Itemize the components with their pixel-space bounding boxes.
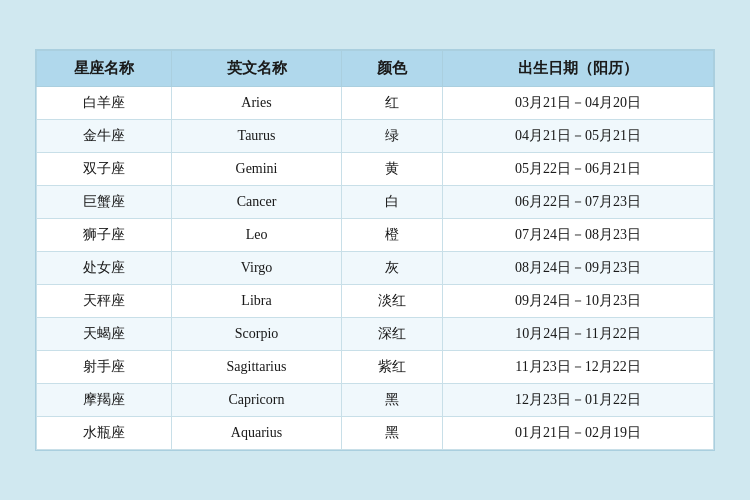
cell-color: 绿 — [341, 120, 443, 153]
cell-cn: 白羊座 — [37, 87, 172, 120]
cell-date: 10月24日－11月22日 — [443, 318, 714, 351]
table-row: 双子座Gemini黄05月22日－06月21日 — [37, 153, 714, 186]
cell-color: 黄 — [341, 153, 443, 186]
header-en: 英文名称 — [172, 51, 341, 87]
header-cn: 星座名称 — [37, 51, 172, 87]
cell-en: Gemini — [172, 153, 341, 186]
cell-en: Aries — [172, 87, 341, 120]
table-row: 天秤座Libra淡红09月24日－10月23日 — [37, 285, 714, 318]
cell-cn: 天秤座 — [37, 285, 172, 318]
cell-color: 白 — [341, 186, 443, 219]
cell-en: Libra — [172, 285, 341, 318]
cell-cn: 水瓶座 — [37, 417, 172, 450]
cell-color: 紫红 — [341, 351, 443, 384]
cell-date: 11月23日－12月22日 — [443, 351, 714, 384]
cell-date: 01月21日－02月19日 — [443, 417, 714, 450]
table-header-row: 星座名称 英文名称 颜色 出生日期（阳历） — [37, 51, 714, 87]
table-row: 巨蟹座Cancer白06月22日－07月23日 — [37, 186, 714, 219]
cell-en: Sagittarius — [172, 351, 341, 384]
cell-cn: 射手座 — [37, 351, 172, 384]
cell-date: 08月24日－09月23日 — [443, 252, 714, 285]
header-color: 颜色 — [341, 51, 443, 87]
table-row: 金牛座Taurus绿04月21日－05月21日 — [37, 120, 714, 153]
cell-date: 07月24日－08月23日 — [443, 219, 714, 252]
cell-date: 09月24日－10月23日 — [443, 285, 714, 318]
table-row: 水瓶座Aquarius黑01月21日－02月19日 — [37, 417, 714, 450]
zodiac-table: 星座名称 英文名称 颜色 出生日期（阳历） 白羊座Aries红03月21日－04… — [36, 50, 714, 450]
table-row: 白羊座Aries红03月21日－04月20日 — [37, 87, 714, 120]
cell-color: 灰 — [341, 252, 443, 285]
zodiac-table-wrapper: 星座名称 英文名称 颜色 出生日期（阳历） 白羊座Aries红03月21日－04… — [35, 49, 715, 451]
table-row: 摩羯座Capricorn黑12月23日－01月22日 — [37, 384, 714, 417]
cell-en: Leo — [172, 219, 341, 252]
cell-color: 橙 — [341, 219, 443, 252]
cell-cn: 天蝎座 — [37, 318, 172, 351]
cell-cn: 处女座 — [37, 252, 172, 285]
cell-cn: 双子座 — [37, 153, 172, 186]
cell-en: Taurus — [172, 120, 341, 153]
cell-cn: 狮子座 — [37, 219, 172, 252]
header-date: 出生日期（阳历） — [443, 51, 714, 87]
cell-en: Capricorn — [172, 384, 341, 417]
table-row: 射手座Sagittarius紫红11月23日－12月22日 — [37, 351, 714, 384]
cell-color: 深红 — [341, 318, 443, 351]
cell-date: 05月22日－06月21日 — [443, 153, 714, 186]
cell-color: 淡红 — [341, 285, 443, 318]
cell-en: Virgo — [172, 252, 341, 285]
cell-date: 03月21日－04月20日 — [443, 87, 714, 120]
cell-color: 黑 — [341, 417, 443, 450]
cell-color: 黑 — [341, 384, 443, 417]
cell-date: 12月23日－01月22日 — [443, 384, 714, 417]
table-row: 狮子座Leo橙07月24日－08月23日 — [37, 219, 714, 252]
cell-cn: 巨蟹座 — [37, 186, 172, 219]
cell-en: Cancer — [172, 186, 341, 219]
cell-date: 04月21日－05月21日 — [443, 120, 714, 153]
cell-en: Aquarius — [172, 417, 341, 450]
cell-en: Scorpio — [172, 318, 341, 351]
table-row: 天蝎座Scorpio深红10月24日－11月22日 — [37, 318, 714, 351]
table-row: 处女座Virgo灰08月24日－09月23日 — [37, 252, 714, 285]
cell-color: 红 — [341, 87, 443, 120]
cell-cn: 摩羯座 — [37, 384, 172, 417]
cell-cn: 金牛座 — [37, 120, 172, 153]
cell-date: 06月22日－07月23日 — [443, 186, 714, 219]
